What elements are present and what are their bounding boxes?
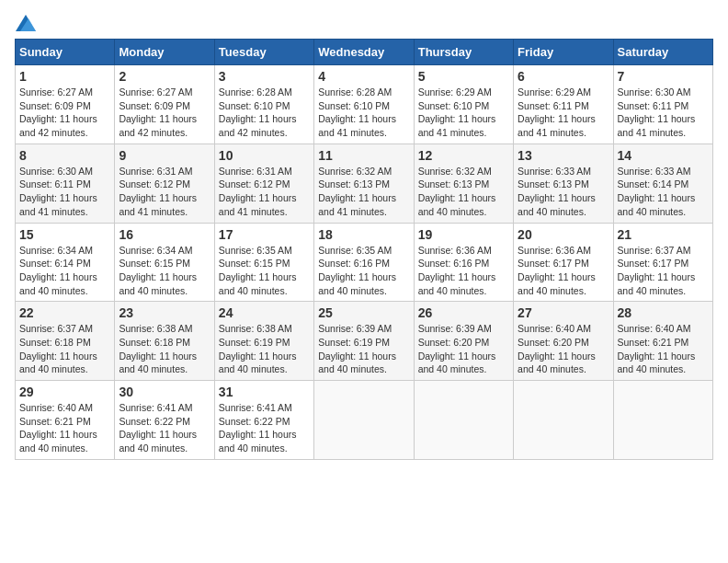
day-info: Sunrise: 6:32 AM Sunset: 6:13 PM Dayligh…: [318, 165, 409, 219]
calendar-cell: 3 Sunrise: 6:28 AM Sunset: 6:10 PM Dayli…: [214, 65, 313, 144]
calendar-cell: 21 Sunrise: 6:37 AM Sunset: 6:17 PM Dayl…: [613, 223, 712, 302]
calendar-cell: 14 Sunrise: 6:33 AM Sunset: 6:14 PM Dayl…: [613, 144, 712, 223]
day-number: 1: [19, 69, 110, 84]
day-number: 4: [318, 69, 409, 84]
day-info: Sunrise: 6:30 AM Sunset: 6:11 PM Dayligh…: [618, 86, 709, 140]
calendar-week-2: 8 Sunrise: 6:30 AM Sunset: 6:11 PM Dayli…: [16, 144, 713, 223]
day-info: Sunrise: 6:36 AM Sunset: 6:17 PM Dayligh…: [518, 244, 609, 298]
day-number: 16: [119, 227, 210, 242]
calendar-week-3: 15 Sunrise: 6:34 AM Sunset: 6:14 PM Dayl…: [16, 223, 713, 302]
day-header-friday: Friday: [514, 40, 613, 65]
day-info: Sunrise: 6:38 AM Sunset: 6:18 PM Dayligh…: [119, 322, 210, 376]
calendar-cell: [414, 381, 513, 460]
logo: [15, 15, 37, 31]
day-number: 20: [518, 227, 609, 242]
day-info: Sunrise: 6:28 AM Sunset: 6:10 PM Dayligh…: [318, 86, 409, 140]
calendar-cell: 11 Sunrise: 6:32 AM Sunset: 6:13 PM Dayl…: [314, 144, 414, 223]
day-info: Sunrise: 6:31 AM Sunset: 6:12 PM Dayligh…: [119, 165, 210, 219]
day-info: Sunrise: 6:29 AM Sunset: 6:11 PM Dayligh…: [518, 86, 609, 140]
day-header-monday: Monday: [115, 40, 214, 65]
calendar-cell: 9 Sunrise: 6:31 AM Sunset: 6:12 PM Dayli…: [115, 144, 214, 223]
day-info: Sunrise: 6:36 AM Sunset: 6:16 PM Dayligh…: [418, 244, 509, 298]
calendar-cell: 31 Sunrise: 6:41 AM Sunset: 6:22 PM Dayl…: [214, 381, 313, 460]
day-info: Sunrise: 6:33 AM Sunset: 6:14 PM Dayligh…: [618, 165, 709, 219]
calendar-cell: 2 Sunrise: 6:27 AM Sunset: 6:09 PM Dayli…: [115, 65, 214, 144]
calendar-cell: 10 Sunrise: 6:31 AM Sunset: 6:12 PM Dayl…: [214, 144, 313, 223]
calendar-cell: 30 Sunrise: 6:41 AM Sunset: 6:22 PM Dayl…: [115, 381, 214, 460]
day-number: 15: [19, 227, 110, 242]
calendar-cell: 19 Sunrise: 6:36 AM Sunset: 6:16 PM Dayl…: [414, 223, 513, 302]
day-info: Sunrise: 6:35 AM Sunset: 6:16 PM Dayligh…: [318, 244, 409, 298]
day-number: 14: [618, 148, 709, 163]
calendar-cell: 6 Sunrise: 6:29 AM Sunset: 6:11 PM Dayli…: [514, 65, 613, 144]
calendar-cell: 27 Sunrise: 6:40 AM Sunset: 6:20 PM Dayl…: [514, 302, 613, 381]
day-info: Sunrise: 6:27 AM Sunset: 6:09 PM Dayligh…: [19, 86, 110, 140]
day-info: Sunrise: 6:32 AM Sunset: 6:13 PM Dayligh…: [418, 165, 509, 219]
day-header-thursday: Thursday: [414, 40, 513, 65]
day-number: 17: [219, 227, 310, 242]
calendar-cell: 15 Sunrise: 6:34 AM Sunset: 6:14 PM Dayl…: [16, 223, 115, 302]
day-info: Sunrise: 6:34 AM Sunset: 6:14 PM Dayligh…: [19, 244, 110, 298]
calendar-cell: 24 Sunrise: 6:38 AM Sunset: 6:19 PM Dayl…: [214, 302, 313, 381]
day-info: Sunrise: 6:31 AM Sunset: 6:12 PM Dayligh…: [219, 165, 310, 219]
calendar-body: 1 Sunrise: 6:27 AM Sunset: 6:09 PM Dayli…: [16, 65, 713, 460]
day-number: 27: [518, 305, 609, 320]
calendar-week-1: 1 Sunrise: 6:27 AM Sunset: 6:09 PM Dayli…: [16, 65, 713, 144]
calendar-cell: 1 Sunrise: 6:27 AM Sunset: 6:09 PM Dayli…: [16, 65, 115, 144]
day-number: 23: [119, 305, 210, 320]
day-number: 18: [318, 227, 409, 242]
day-info: Sunrise: 6:40 AM Sunset: 6:21 PM Dayligh…: [618, 322, 709, 376]
day-number: 30: [119, 385, 210, 399]
day-info: Sunrise: 6:28 AM Sunset: 6:10 PM Dayligh…: [219, 86, 310, 140]
calendar-cell: 8 Sunrise: 6:30 AM Sunset: 6:11 PM Dayli…: [16, 144, 115, 223]
day-number: 28: [618, 305, 709, 320]
calendar-cell: 29 Sunrise: 6:40 AM Sunset: 6:21 PM Dayl…: [16, 381, 115, 460]
day-info: Sunrise: 6:29 AM Sunset: 6:10 PM Dayligh…: [418, 86, 509, 140]
page-header: [15, 15, 713, 31]
day-info: Sunrise: 6:30 AM Sunset: 6:11 PM Dayligh…: [19, 165, 110, 219]
calendar-cell: [613, 381, 712, 460]
day-info: Sunrise: 6:40 AM Sunset: 6:21 PM Dayligh…: [19, 401, 110, 455]
calendar-cell: [514, 381, 613, 460]
calendar-week-4: 22 Sunrise: 6:37 AM Sunset: 6:18 PM Dayl…: [16, 302, 713, 381]
day-number: 21: [618, 227, 709, 242]
day-header-sunday: Sunday: [16, 40, 115, 65]
day-info: Sunrise: 6:40 AM Sunset: 6:20 PM Dayligh…: [518, 322, 609, 376]
day-info: Sunrise: 6:33 AM Sunset: 6:13 PM Dayligh…: [518, 165, 609, 219]
day-header-tuesday: Tuesday: [214, 40, 313, 65]
day-info: Sunrise: 6:41 AM Sunset: 6:22 PM Dayligh…: [219, 401, 310, 455]
day-number: 13: [518, 148, 609, 163]
calendar-cell: 22 Sunrise: 6:37 AM Sunset: 6:18 PM Dayl…: [16, 302, 115, 381]
calendar-cell: 12 Sunrise: 6:32 AM Sunset: 6:13 PM Dayl…: [414, 144, 513, 223]
day-number: 31: [219, 385, 310, 399]
calendar-table: SundayMondayTuesdayWednesdayThursdayFrid…: [15, 39, 713, 460]
calendar-cell: 26 Sunrise: 6:39 AM Sunset: 6:20 PM Dayl…: [414, 302, 513, 381]
day-number: 3: [219, 69, 310, 84]
day-info: Sunrise: 6:39 AM Sunset: 6:19 PM Dayligh…: [318, 322, 409, 376]
day-number: 6: [518, 69, 609, 84]
day-number: 26: [418, 305, 509, 320]
calendar-cell: 25 Sunrise: 6:39 AM Sunset: 6:19 PM Dayl…: [314, 302, 414, 381]
calendar-cell: 17 Sunrise: 6:35 AM Sunset: 6:15 PM Dayl…: [214, 223, 313, 302]
day-info: Sunrise: 6:37 AM Sunset: 6:18 PM Dayligh…: [19, 322, 110, 376]
day-number: 29: [19, 385, 110, 399]
calendar-cell: 7 Sunrise: 6:30 AM Sunset: 6:11 PM Dayli…: [613, 65, 712, 144]
day-number: 11: [318, 148, 409, 163]
calendar-cell: 28 Sunrise: 6:40 AM Sunset: 6:21 PM Dayl…: [613, 302, 712, 381]
calendar-cell: 13 Sunrise: 6:33 AM Sunset: 6:13 PM Dayl…: [514, 144, 613, 223]
calendar-cell: 16 Sunrise: 6:34 AM Sunset: 6:15 PM Dayl…: [115, 223, 214, 302]
calendar-cell: [314, 381, 414, 460]
day-info: Sunrise: 6:37 AM Sunset: 6:17 PM Dayligh…: [618, 244, 709, 298]
day-number: 2: [119, 69, 210, 84]
day-number: 25: [318, 305, 409, 320]
day-info: Sunrise: 6:38 AM Sunset: 6:19 PM Dayligh…: [219, 322, 310, 376]
day-info: Sunrise: 6:35 AM Sunset: 6:15 PM Dayligh…: [219, 244, 310, 298]
day-number: 10: [219, 148, 310, 163]
day-number: 7: [618, 69, 709, 84]
day-info: Sunrise: 6:39 AM Sunset: 6:20 PM Dayligh…: [418, 322, 509, 376]
day-number: 9: [119, 148, 210, 163]
day-info: Sunrise: 6:41 AM Sunset: 6:22 PM Dayligh…: [119, 401, 210, 455]
calendar-cell: 5 Sunrise: 6:29 AM Sunset: 6:10 PM Dayli…: [414, 65, 513, 144]
calendar-cell: 4 Sunrise: 6:28 AM Sunset: 6:10 PM Dayli…: [314, 65, 414, 144]
day-number: 24: [219, 305, 310, 320]
